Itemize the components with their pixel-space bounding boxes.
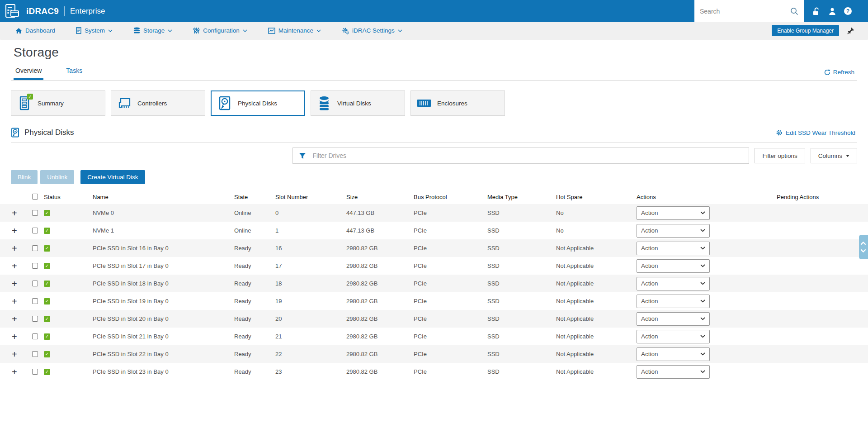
cell-slot-number: 16 [275,245,346,252]
cell-size: 2980.82 GB [346,280,414,287]
refresh-link[interactable]: Refresh [824,69,854,80]
configuration-icon [193,27,200,34]
status-ok-icon: ✓ [44,333,50,340]
chevron-down-icon [243,29,247,32]
cell-hot-spare: Not Applicable [556,280,637,287]
expand-row-icon[interactable]: + [12,297,32,306]
tabs-row: Overview Tasks Refresh [11,63,857,81]
row-checkbox[interactable] [32,369,38,375]
card-physical-disks[interactable]: Physical Disks [211,90,305,116]
row-checkbox[interactable] [32,210,38,216]
search-icon[interactable] [790,7,798,15]
action-select[interactable]: Action [637,242,710,255]
expand-row-icon[interactable]: + [12,314,32,324]
action-select[interactable]: Action [637,206,710,220]
user-icon[interactable] [828,7,836,15]
action-select[interactable]: Action [637,365,710,379]
brand-divider [64,6,65,16]
action-select[interactable]: Action [637,295,710,308]
unlock-icon[interactable] [812,7,821,15]
expand-row-icon[interactable]: + [12,209,32,218]
nav-item-label: System [85,27,105,34]
expand-row-icon[interactable]: + [12,332,32,341]
row-checkbox[interactable] [32,263,38,269]
action-select[interactable]: Action [637,347,710,361]
row-checkbox[interactable] [32,351,38,357]
expand-row-icon[interactable]: + [12,262,32,271]
chevron-down-icon [700,282,705,285]
chevron-up-icon [860,242,866,245]
col-size: Size [346,194,414,200]
nav-item-configuration[interactable]: Configuration [193,27,247,34]
cell-state: Ready [234,245,275,252]
cell-state: Ready [234,262,275,269]
cell-bus-protocol: PCIe [414,227,487,234]
row-checkbox[interactable] [32,333,38,339]
expand-row-icon[interactable]: + [12,279,32,288]
caret-down-icon [846,155,849,157]
blink-button[interactable]: Blink [11,170,38,184]
tab-tasks[interactable]: Tasks [64,63,84,80]
row-checkbox[interactable] [32,316,38,322]
cell-media-type: SSD [487,280,556,287]
action-select[interactable]: Action [637,224,710,238]
row-checkbox[interactable] [32,298,38,304]
filter-drives-input[interactable] [312,152,743,159]
nav-item-storage[interactable]: Storage [133,27,172,34]
nav-item-system[interactable]: System [76,27,113,34]
card-label: Summary [38,100,64,107]
cell-media-type: SSD [487,209,556,216]
nav-item-label: Storage [143,27,165,34]
enable-group-manager-button[interactable]: Enable Group Manager [772,25,839,36]
row-checkbox[interactable] [32,281,38,286]
brand-name: iDRAC9 [26,6,59,16]
action-select[interactable]: Action [637,330,710,343]
physical-disks-table: Status Name State Slot Number Size Bus P… [0,190,868,381]
cell-hot-spare: Not Applicable [556,368,637,375]
create-virtual-disk-button[interactable]: Create Virtual Disk [80,170,145,184]
action-select[interactable]: Action [637,277,710,290]
columns-dropdown-button[interactable]: Columns [811,148,857,163]
expand-row-icon[interactable]: + [12,244,32,253]
cell-slot-number: 23 [275,368,346,375]
status-ok-icon: ✓ [44,316,50,322]
action-select[interactable]: Action [637,259,710,273]
status-ok-icon: ✓ [44,351,50,357]
table-body: + ✓ NVMe 0 Online 0 447.13 GB PCIe SSD N… [0,204,868,381]
card-enclosures[interactable]: Enclosures [410,90,505,116]
nav-item-dashboard[interactable]: Dashboard [15,27,55,34]
action-select-label: Action [641,368,658,375]
cell-size: 2980.82 GB [346,245,414,252]
card-virtual-disks[interactable]: Virtual Disks [311,90,405,116]
search-input[interactable] [700,8,786,15]
action-select-label: Action [641,280,658,287]
tab-overview[interactable]: Overview [14,63,43,80]
gear-icon [776,129,783,136]
nav-item-maintenance[interactable]: Maintenance [268,27,321,34]
action-select-label: Action [641,209,658,216]
chevron-down-icon [700,211,705,214]
help-icon[interactable]: ? [844,7,852,15]
expand-row-icon[interactable]: + [12,367,32,376]
scroll-nub[interactable] [859,235,868,259]
card-summary[interactable]: ✓ Summary [11,90,105,116]
row-checkbox[interactable] [32,245,38,251]
edit-ssd-wear-threshold-label: Edit SSD Wear Threshold [786,129,855,136]
cell-state: Ready [234,333,275,340]
edit-ssd-wear-threshold-link[interactable]: Edit SSD Wear Threshold [776,129,857,136]
expand-row-icon[interactable]: + [12,226,32,235]
nav-item-label: Dashboard [25,27,55,34]
expand-row-icon[interactable]: + [12,350,32,359]
card-controllers[interactable]: Controllers [111,90,205,116]
cell-name: PCIe SSD in Slot 20 in Bay 0 [93,315,234,322]
pin-icon[interactable] [847,27,854,34]
filter-options-button[interactable]: Filter options [755,148,805,163]
row-checkbox[interactable] [32,228,38,233]
col-actions: Actions [637,194,777,200]
select-all-checkbox[interactable] [32,194,38,200]
cell-media-type: SSD [487,351,556,357]
action-select[interactable]: Action [637,312,710,326]
unblink-button[interactable]: Unblink [40,170,74,184]
nav-item-idrac-settings[interactable]: iDRAC Settings [342,27,402,34]
physical-disks-icon [217,95,232,111]
